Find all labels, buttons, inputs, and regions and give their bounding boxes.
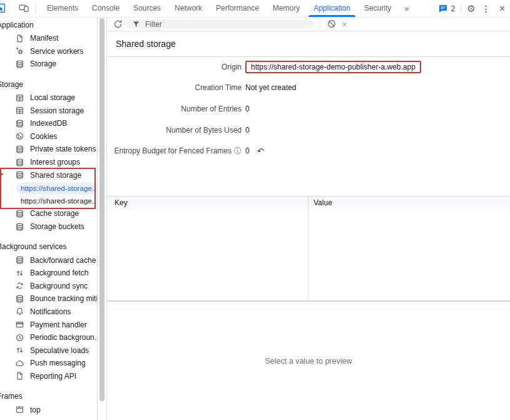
sidebar-item-label: https://shared-storage… xyxy=(16,182,97,194)
sidebar-item-label: Interest groups xyxy=(30,158,80,166)
tab-memory[interactable]: Memory xyxy=(266,0,307,17)
up-down-arrows-icon xyxy=(15,346,24,355)
metadata-label-creation-time: Creation Time xyxy=(107,83,242,92)
sidebar-section-application: ApplicationManifestService workersStorag… xyxy=(0,19,97,71)
tabbar-divider xyxy=(35,4,36,13)
service-worker-icon xyxy=(15,46,24,56)
preview-pane: Select a value to preview xyxy=(107,302,510,420)
sidebar-item-storage[interactable]: Storage xyxy=(0,58,97,71)
filter-pill xyxy=(126,19,314,29)
sidebar-item-bounce-tracking-miti[interactable]: Bounce tracking miti… xyxy=(0,292,97,305)
sidebar-item-shared-storage[interactable]: ▾Shared storage xyxy=(0,168,97,182)
sidebar-item-periodic-backgroun[interactable]: Periodic backgroun… xyxy=(0,331,97,344)
devtools-tabs: ElementsConsoleSourcesNetworkPerformance… xyxy=(40,0,398,17)
inspect-element-icon[interactable] xyxy=(0,3,6,13)
table-icon xyxy=(15,93,24,103)
database-icon xyxy=(15,222,24,232)
database-icon xyxy=(15,209,24,218)
sidebar-item-cookies[interactable]: Cookies xyxy=(0,130,97,143)
sidebar-item-service-workers[interactable]: Service workers xyxy=(0,45,97,58)
sidebar-item-indexeddb[interactable]: IndexedDB xyxy=(0,117,97,130)
application-panel: ApplicationManifestService workersStorag… xyxy=(0,18,510,420)
sidebar-item-cache-storage[interactable]: Cache storage xyxy=(0,207,97,220)
sidebar-item-label: Cache storage xyxy=(30,209,79,218)
sidebar-item-label: Push messaging xyxy=(30,359,86,367)
reset-budget-icon[interactable]: ↶ xyxy=(257,146,264,156)
section-title-application: Application xyxy=(0,19,97,32)
sidebar-scroll-track xyxy=(97,18,98,420)
database-icon xyxy=(15,145,24,154)
tab-network[interactable]: Network xyxy=(168,0,209,17)
tabbar-right-cluster: 2 ⚙ ⋮ × xyxy=(438,0,507,17)
database-icon xyxy=(15,294,24,304)
sidebar-item-local-storage[interactable]: Local storage xyxy=(0,91,97,105)
database-icon xyxy=(15,59,24,69)
sidebar-item-background-fetch[interactable]: Background fetch xyxy=(0,267,97,280)
section-title-storage: Storage xyxy=(0,78,97,91)
sidebar-item-https-shared-storage-8[interactable]: https://shared-storage… xyxy=(0,195,97,208)
sidebar-item-interest-groups[interactable]: Interest groups xyxy=(0,156,97,169)
metadata-label-entropy-budget-for-fenced-frames: Entropy Budget for Fenced Framesⓘ xyxy=(107,146,242,156)
tab-console[interactable]: Console xyxy=(85,0,126,17)
sidebar-item-label: Private state tokens xyxy=(30,145,96,153)
sidebar-item-private-state-tokens[interactable]: Private state tokens xyxy=(0,143,97,156)
sidebar-section-storage: StorageLocal storageSession storageIndex… xyxy=(0,78,97,233)
sidebar-item-reporting-api[interactable]: Reporting API xyxy=(0,370,97,383)
delete-icon[interactable]: × xyxy=(342,18,347,30)
shared-storage-view: × Shared storage Originhttps://shared-st… xyxy=(106,18,510,420)
sidebar-item-push-messaging[interactable]: Push messaging xyxy=(0,357,97,370)
card-icon xyxy=(15,320,24,329)
sidebar-item-label: Reporting API xyxy=(30,372,76,381)
section-title-background-services: Background services xyxy=(0,240,97,254)
settings-gear-icon[interactable]: ⚙ xyxy=(467,4,475,13)
sidebar-item-session-storage[interactable]: Session storage xyxy=(0,104,97,117)
devtools-tabbar: ElementsConsoleSourcesNetworkPerformance… xyxy=(0,0,510,18)
sidebar-item-label: Payment handler xyxy=(30,320,87,329)
close-devtools-icon[interactable]: × xyxy=(497,4,507,14)
issues-icon xyxy=(438,4,448,13)
sidebar-scrollbar[interactable] xyxy=(99,18,105,401)
metadata-list: Originhttps://shared-storage-demo-publis… xyxy=(107,56,510,161)
issues-count: 2 xyxy=(451,4,456,13)
panel-toolbar: × xyxy=(107,18,510,31)
tab-elements[interactable]: Elements xyxy=(40,0,85,17)
metadata-value-entropy-budget-for-fenced-frames: 0↶ xyxy=(245,146,510,156)
info-icon[interactable]: ⓘ xyxy=(234,146,242,156)
device-toolbar-icon[interactable] xyxy=(19,3,29,13)
issues-button[interactable]: 2 xyxy=(438,4,456,13)
metadata-value-creation-time: Not yet created xyxy=(245,83,510,92)
block-clear-icon[interactable] xyxy=(327,19,336,28)
sidebar-item-back-forward-cache[interactable]: Back/forward cache xyxy=(0,254,97,267)
tab-application[interactable]: Application xyxy=(307,0,357,17)
metadata-label-number-of-bytes-used: Number of Bytes Used xyxy=(107,126,242,135)
sync-icon xyxy=(15,281,24,290)
sidebar-item-https-shared-storage-7[interactable]: https://shared-storage… xyxy=(0,182,97,195)
sidebar-item-payment-handler[interactable]: Payment handler xyxy=(0,318,97,331)
refresh-icon[interactable] xyxy=(113,19,123,29)
sidebar-item-notifications[interactable]: Notifications xyxy=(0,305,97,319)
tab-performance[interactable]: Performance xyxy=(209,0,266,17)
table-header: Key Value xyxy=(107,196,510,210)
sidebar-section-frames: Framestop xyxy=(0,390,97,416)
tab-security[interactable]: Security xyxy=(357,0,398,17)
section-title-frames: Frames xyxy=(0,390,97,403)
annotation-box-origin: https://shared-storage-demo-publisher-a.… xyxy=(245,61,421,73)
database-icon xyxy=(15,170,24,180)
sidebar-item-background-sync[interactable]: Background sync xyxy=(0,280,97,293)
sidebar-item-manifest[interactable]: Manifest xyxy=(0,32,97,45)
filter-funnel-icon xyxy=(133,21,140,28)
sidebar-item-top[interactable]: top xyxy=(0,403,97,416)
more-options-icon[interactable]: ⋮ xyxy=(480,4,492,13)
database-icon xyxy=(15,119,24,128)
sidebar-item-speculative-loads[interactable]: Speculative loads xyxy=(0,344,97,357)
sidebar-tree: ApplicationManifestService workersStorag… xyxy=(0,19,97,420)
cloud-icon xyxy=(15,359,24,368)
filter-input[interactable] xyxy=(144,19,284,29)
expand-arrow-icon[interactable]: ▾ xyxy=(1,172,3,177)
table-body xyxy=(107,209,510,300)
sidebar-item-label: Manifest xyxy=(30,34,58,43)
sidebar-item-label: Session storage xyxy=(30,106,84,115)
sidebar-item-storage-buckets[interactable]: Storage buckets xyxy=(0,220,97,233)
more-tabs-chevron[interactable]: » xyxy=(398,4,415,13)
tab-sources[interactable]: Sources xyxy=(126,0,168,17)
